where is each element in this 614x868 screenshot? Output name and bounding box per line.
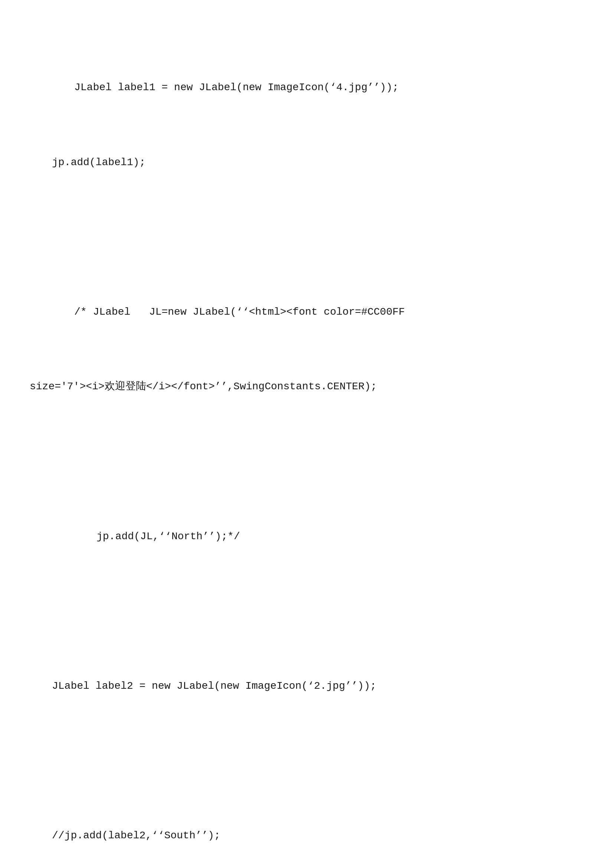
code-line-5: size='7'><i>欢迎登陆</i></font>’’,SwingConst… [30,377,584,396]
spacer-2 [30,453,584,471]
spacer-3 [30,602,584,620]
code-line-1: JLabel label1 = new JLabel(new ImageIcon… [30,78,584,97]
code-line-7: jp.add(JL,‘‘North’’);*/ [30,527,584,546]
code-block: JLabel label1 = new JLabel(new ImageIcon… [30,22,584,868]
spacer-1 [30,228,584,246]
code-line-11: //jp.add(label2,‘‘South’’); [30,826,584,845]
code-line-2: jp.add(label1); [30,153,584,172]
spacer-4 [30,752,584,770]
code-line-9: JLabel label2 = new JLabel(new ImageIcon… [30,677,584,696]
code-line-4: /* JLabel JL=new JLabel(‘‘<html><font co… [30,303,584,321]
